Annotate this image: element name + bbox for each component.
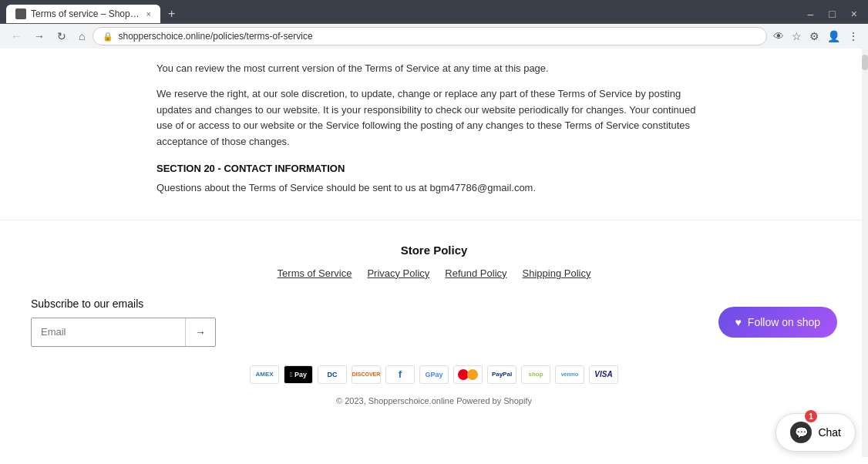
payment-amex: AMEX xyxy=(250,365,279,384)
payment-discover: DISCOVER xyxy=(352,365,381,384)
page-content: You can review the most current version … xyxy=(0,49,868,457)
browser-chrome: Terms of service – Shopperschoice × + – … xyxy=(0,0,868,49)
footer: Store Policy Terms of Service Privacy Po… xyxy=(0,220,868,421)
payment-mastercard xyxy=(453,365,483,384)
minimize-button[interactable]: – xyxy=(803,6,819,22)
window-controls: – □ × xyxy=(803,6,862,22)
secure-icon: 🔒 xyxy=(103,32,113,42)
menu-button[interactable]: ⋮ xyxy=(845,27,862,45)
section-20-text: Questions about the Terms of Service sho… xyxy=(156,180,712,197)
reload-button[interactable]: ↻ xyxy=(52,28,71,45)
tab-title: Terms of service – Shopperschoice xyxy=(31,8,142,19)
heart-icon: ♥ xyxy=(735,316,742,328)
email-form: → xyxy=(31,318,216,347)
payment-venmo: venmo xyxy=(555,365,584,384)
refund-policy-link[interactable]: Refund Policy xyxy=(445,267,506,279)
payment-paypal: PayPal xyxy=(487,365,516,384)
paragraph-1: You can review the most current version … xyxy=(156,61,712,77)
policy-links: Terms of Service Privacy Policy Refund P… xyxy=(15,267,853,279)
chat-icon: 💬 xyxy=(790,422,812,443)
maximize-button[interactable]: □ xyxy=(824,6,839,22)
scrollbar-thumb[interactable] xyxy=(862,55,868,70)
paragraph-2: We reserve the right, at our sole discre… xyxy=(156,86,712,150)
bookmark-button[interactable]: ☆ xyxy=(789,27,805,45)
extensions-button[interactable]: ⚙ xyxy=(806,27,823,45)
tab-bar: Terms of service – Shopperschoice × + – … xyxy=(0,0,868,23)
email-input[interactable] xyxy=(32,318,185,345)
tab-close-button[interactable]: × xyxy=(146,9,151,18)
payment-icons: AMEX  Pay DC DISCOVER f GPay PayPal sho… xyxy=(15,365,853,384)
terms-of-service-link[interactable]: Terms of Service xyxy=(278,267,352,279)
store-policy-section: Store Policy Terms of Service Privacy Po… xyxy=(15,244,853,279)
payment-applepay:  Pay xyxy=(284,365,313,384)
follow-on-shop-button[interactable]: ♥ Follow on shop xyxy=(718,307,837,338)
payment-shopify: shop xyxy=(521,365,550,384)
tab-favicon xyxy=(15,8,26,19)
profile-button[interactable]: 👤 xyxy=(824,27,843,45)
subscribe-left: Subscribe to our emails → xyxy=(31,298,216,347)
close-button[interactable]: × xyxy=(846,6,862,22)
chat-widget: 💬 Chat 1 xyxy=(775,413,856,452)
chat-label: Chat xyxy=(818,426,841,439)
email-submit-button[interactable]: → xyxy=(185,318,215,346)
back-button[interactable]: ← xyxy=(6,28,26,45)
home-button[interactable]: ⌂ xyxy=(74,28,89,45)
shipping-policy-link[interactable]: Shipping Policy xyxy=(523,267,591,279)
main-content: You can review the most current version … xyxy=(141,49,727,197)
subscribe-title: Subscribe to our emails xyxy=(31,298,216,310)
subscribe-section: Subscribe to our emails → ♥ Follow on sh… xyxy=(15,298,853,347)
section-20-heading: SECTION 20 - CONTACT INFORMATION xyxy=(156,163,712,174)
navigation-bar: ← → ↻ ⌂ 🔒 shopperschoice.online/policies… xyxy=(0,23,868,49)
active-tab[interactable]: Terms of service – Shopperschoice × xyxy=(6,5,160,23)
eye-off-button[interactable]: 👁 xyxy=(770,27,787,45)
nav-right-icons: 👁 ☆ ⚙ 👤 ⋮ xyxy=(770,27,862,45)
footer-copyright: © 2023, Shopperschoice.online Powered by… xyxy=(15,396,853,405)
store-policy-title: Store Policy xyxy=(15,244,853,257)
privacy-policy-link[interactable]: Privacy Policy xyxy=(367,267,429,279)
forward-button[interactable]: → xyxy=(29,28,49,45)
scrollbar-track[interactable] xyxy=(862,49,868,457)
follow-shop-label: Follow on shop xyxy=(748,316,820,328)
payment-meta: f xyxy=(385,365,415,384)
payment-visa: VISA xyxy=(589,365,618,384)
chat-badge: 1 xyxy=(805,410,817,422)
address-bar[interactable]: 🔒 shopperschoice.online/policies/terms-o… xyxy=(93,27,767,45)
new-tab-button[interactable]: + xyxy=(163,5,180,22)
payment-gpay: GPay xyxy=(419,365,449,384)
payment-diners: DC xyxy=(318,365,347,384)
url-text: shopperschoice.online/policies/terms-of-… xyxy=(118,31,757,42)
